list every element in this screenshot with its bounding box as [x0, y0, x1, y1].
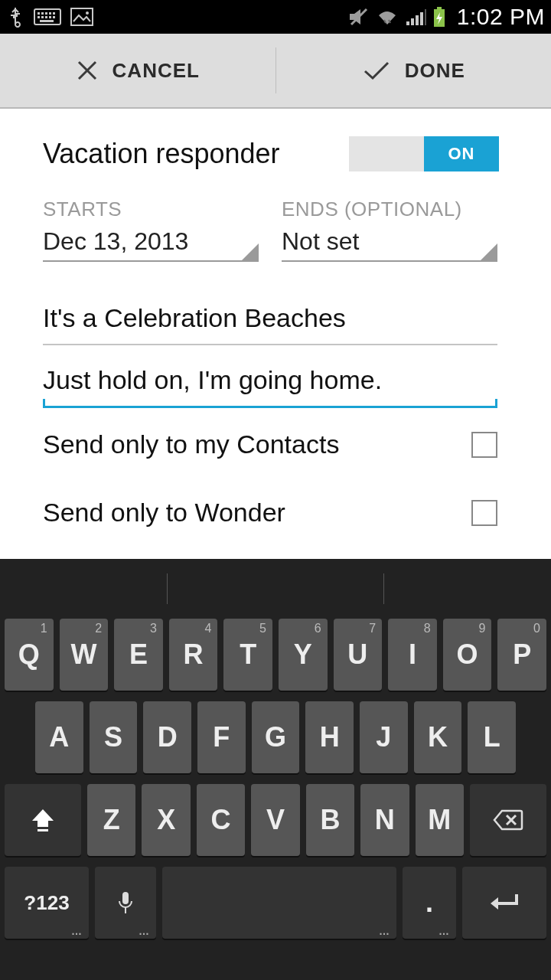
svg-rect-8 — [45, 16, 47, 18]
action-bar: CANCEL DONE — [0, 34, 551, 109]
key-d[interactable]: D — [143, 701, 191, 773]
start-date-field[interactable]: STARTS Dec 13, 2013 — [43, 198, 259, 262]
enter-icon — [489, 893, 520, 913]
svg-rect-11 — [40, 20, 54, 22]
dropdown-icon — [481, 243, 497, 260]
status-bar: 1:02 PM — [0, 0, 551, 34]
key-x[interactable]: X — [142, 784, 190, 856]
mic-key[interactable]: … — [95, 867, 156, 939]
check-icon — [362, 59, 391, 82]
subject-value: It's a Celebration Beaches — [43, 303, 346, 332]
shift-key[interactable] — [5, 784, 81, 856]
key-q[interactable]: Q1 — [5, 619, 54, 691]
contacts-only-row[interactable]: Send only to my Contacts — [43, 408, 520, 476]
svg-rect-30 — [122, 892, 129, 904]
key-z[interactable]: Z — [87, 784, 135, 856]
svg-rect-27 — [37, 829, 48, 831]
key-y[interactable]: Y6 — [279, 619, 328, 691]
svg-marker-26 — [32, 809, 54, 827]
key-v[interactable]: V — [251, 784, 299, 856]
suggestion-separator — [167, 573, 168, 604]
svg-rect-7 — [41, 16, 44, 18]
body-input[interactable]: Just hold on, I'm going home. — [43, 345, 497, 408]
signal-icon — [405, 8, 426, 26]
end-date-field[interactable]: ENDS (OPTIONAL) Not set — [282, 198, 497, 262]
battery-charging-icon — [432, 6, 446, 28]
key-b[interactable]: B — [306, 784, 354, 856]
key-g[interactable]: G — [252, 701, 300, 773]
soft-keyboard: Q1W2E3R4T5Y6U7I8O9P0 ASDFGHJKL ZXCVBNM ?… — [0, 559, 551, 980]
key-k[interactable]: K — [414, 701, 462, 773]
vacation-responder-toggle[interactable]: ON — [349, 136, 499, 172]
key-u[interactable]: U7 — [334, 619, 383, 691]
end-date-value: Not set — [282, 227, 359, 255]
start-date-label: STARTS — [43, 198, 259, 221]
contacts-only-checkbox[interactable] — [471, 432, 497, 458]
key-j[interactable]: J — [360, 701, 408, 773]
key-e[interactable]: E3 — [114, 619, 163, 691]
key-l[interactable]: L — [468, 701, 516, 773]
svg-rect-12 — [71, 8, 93, 25]
status-time: 1:02 PM — [457, 4, 545, 30]
key-i[interactable]: I8 — [388, 619, 437, 691]
form-content: Vacation responder ON STARTS Dec 13, 201… — [0, 109, 551, 559]
keyboard-icon — [34, 8, 61, 25]
toggle-thumb: ON — [424, 136, 499, 172]
key-p[interactable]: P0 — [497, 619, 546, 691]
symbols-key[interactable]: ?123… — [5, 867, 89, 939]
cancel-button[interactable]: CANCEL — [0, 34, 276, 107]
status-right-icons: 1:02 PM — [348, 4, 545, 30]
key-t[interactable]: T5 — [223, 619, 272, 691]
key-w[interactable]: W2 — [60, 619, 109, 691]
key-r[interactable]: R4 — [169, 619, 218, 691]
svg-rect-19 — [420, 12, 423, 25]
end-date-label: ENDS (OPTIONAL) — [282, 198, 497, 221]
key-o[interactable]: O9 — [443, 619, 492, 691]
subject-input[interactable]: It's a Celebration Beaches — [43, 283, 497, 345]
svg-point-13 — [86, 11, 89, 15]
status-left-icons — [6, 6, 93, 28]
svg-rect-3 — [45, 12, 47, 15]
svg-rect-16 — [406, 21, 409, 25]
svg-marker-32 — [491, 897, 498, 910]
close-icon — [76, 59, 99, 82]
key-m[interactable]: M — [416, 784, 464, 856]
suggestion-separator — [383, 573, 384, 604]
mute-icon — [348, 8, 370, 26]
svg-rect-2 — [41, 12, 44, 15]
svg-rect-5 — [53, 12, 55, 15]
usb-icon — [6, 6, 24, 28]
picture-icon — [70, 8, 93, 26]
key-s[interactable]: S — [90, 701, 138, 773]
key-n[interactable]: N — [360, 784, 409, 856]
backspace-key[interactable] — [470, 784, 546, 856]
domain-only-row[interactable]: Send only to Wonder — [43, 476, 520, 544]
svg-rect-1 — [37, 12, 40, 15]
svg-rect-4 — [49, 12, 51, 15]
done-label: DONE — [405, 59, 465, 83]
enter-key[interactable] — [462, 867, 546, 939]
key-f[interactable]: F — [197, 701, 246, 773]
domain-only-checkbox[interactable] — [471, 500, 497, 526]
space-key[interactable]: … — [162, 867, 396, 939]
wifi-icon — [376, 8, 399, 26]
svg-rect-10 — [53, 16, 55, 18]
svg-rect-17 — [411, 18, 414, 25]
svg-rect-20 — [425, 9, 426, 25]
svg-rect-22 — [437, 7, 442, 9]
svg-rect-9 — [49, 16, 51, 18]
key-c[interactable]: C — [197, 784, 245, 856]
period-key[interactable]: .… — [403, 867, 456, 939]
done-button[interactable]: DONE — [276, 34, 552, 107]
key-a[interactable]: A — [35, 701, 83, 773]
backspace-icon — [493, 809, 523, 831]
contacts-only-label: Send only to my Contacts — [43, 430, 339, 459]
domain-only-label: Send only to Wonder — [43, 498, 285, 528]
svg-rect-6 — [37, 16, 40, 18]
page-title: Vacation responder — [43, 138, 280, 170]
start-date-value: Dec 13, 2013 — [43, 227, 188, 255]
body-value: Just hold on, I'm going home. — [43, 365, 382, 394]
suggestion-bar — [5, 565, 546, 612]
key-h[interactable]: H — [305, 701, 354, 773]
dropdown-icon — [242, 243, 259, 260]
